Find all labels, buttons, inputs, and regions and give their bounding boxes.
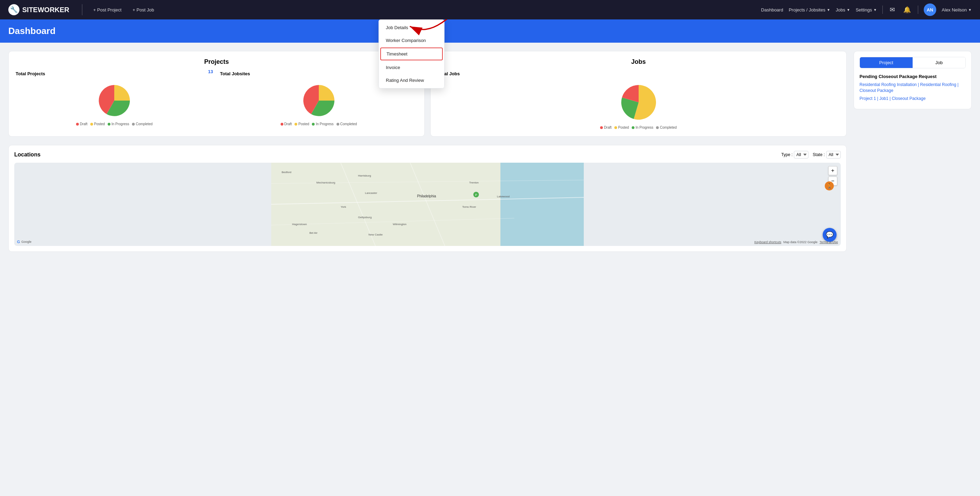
right-card: Project Job Pending Closeout Package Req… xyxy=(854,51,972,109)
jobs-pie xyxy=(438,83,839,121)
nav-avatar-divider xyxy=(918,6,918,14)
svg-text:Wilmington: Wilmington xyxy=(393,223,407,226)
projects-stat-row: Total Projects 13 xyxy=(16,71,417,126)
dropdown-timesheet[interactable]: Timesheet xyxy=(380,48,443,60)
user-chevron-icon: ▼ xyxy=(968,8,972,12)
type-select[interactable]: All xyxy=(794,151,808,158)
type-filter: Type : All xyxy=(781,151,809,158)
settings-chevron-icon: ▼ xyxy=(873,8,877,12)
svg-text:Trenton: Trenton xyxy=(469,181,479,184)
notification-item-2: Project 1 | Job1 | Closeout Package xyxy=(859,96,966,101)
map-controls: 🚶 + − xyxy=(828,166,837,185)
total-jobsites-label: Total Jobsites xyxy=(220,71,250,76)
dropdown-worker-comparison[interactable]: Worker Comparison xyxy=(379,34,444,47)
total-projects-stat: Total Projects 13 xyxy=(16,71,213,126)
filter-row: Type : All State : All xyxy=(781,151,841,158)
notification-link-2[interactable]: Project 1 | Job1 | Closeout Package xyxy=(859,96,926,101)
svg-rect-1 xyxy=(500,163,584,246)
projects-chevron-icon: ▼ xyxy=(827,8,830,12)
projects-jobsites-link[interactable]: Projects / Jobsites ▼ xyxy=(789,7,830,13)
projects-legend: Draft Posted In Progress Completed xyxy=(16,122,213,126)
state-label: State : xyxy=(813,152,825,157)
total-projects-value: 13 xyxy=(208,69,213,74)
svg-text:Gettysburg: Gettysburg xyxy=(358,216,372,219)
keyboard-shortcuts[interactable]: Keyboard shortcuts xyxy=(754,240,781,244)
right-panel: Project Job Pending Closeout Package Req… xyxy=(854,51,972,252)
jobsites-legend: Draft Posted In Progress Completed xyxy=(220,122,418,126)
navbar: 🔧 SITEWORKER + Post Project + Post Job D… xyxy=(0,0,980,19)
type-label: Type : xyxy=(781,152,793,157)
projects-card: Projects Total Projects 13 xyxy=(8,51,425,137)
jobs-legend: Draft Posted In Progress Completed xyxy=(438,125,839,129)
svg-text:P: P xyxy=(475,193,477,196)
svg-text:Harrisburg: Harrisburg xyxy=(358,174,371,177)
page-title: Dashboard xyxy=(8,26,972,36)
user-name-link[interactable]: Alex Neilson ▼ xyxy=(942,7,972,13)
map-data-text: Map data ©2022 Google xyxy=(783,240,818,244)
svg-text:Lancaster: Lancaster xyxy=(365,192,377,195)
jobs-card: Jobs Total Jobs Draft Pos xyxy=(430,51,846,137)
svg-text:Bel Air: Bel Air xyxy=(309,231,317,235)
avatar[interactable]: AN xyxy=(924,3,936,16)
svg-text:Toms River: Toms River xyxy=(462,205,476,208)
dropdown-job-details[interactable]: Job Details xyxy=(379,21,444,34)
jobs-dropdown-menu: Job Details Worker Comparison Timesheet … xyxy=(379,19,444,89)
dashboard-link[interactable]: Dashboard xyxy=(761,7,783,13)
svg-text:New Castle: New Castle xyxy=(369,233,383,236)
svg-text:Hagerstown: Hagerstown xyxy=(292,223,307,226)
main-content: Projects Total Projects 13 xyxy=(0,43,980,260)
tab-project[interactable]: Project xyxy=(860,57,913,68)
svg-text:Bedford: Bedford xyxy=(282,171,291,174)
projects-card-title: Projects xyxy=(16,58,417,65)
brand-name: SITEWORKER xyxy=(22,6,70,14)
bell-icon[interactable]: 🔔 xyxy=(902,5,912,15)
notification-link-1[interactable]: Residential Roofing Installation | Resid… xyxy=(859,82,958,93)
svg-text:Mechanicsburg: Mechanicsburg xyxy=(317,181,335,184)
chat-button[interactable]: 💬 xyxy=(822,228,837,242)
tab-job[interactable]: Job xyxy=(913,57,966,68)
nav-right-divider xyxy=(882,6,883,14)
state-filter: State : All xyxy=(813,151,841,158)
post-project-link[interactable]: + Post Project xyxy=(91,6,124,14)
state-select[interactable]: All xyxy=(826,151,841,158)
jobs-chevron-icon: ▼ xyxy=(846,8,850,12)
dropdown-invoice[interactable]: Invoice xyxy=(379,61,444,74)
locations-section: Locations Type : All State : All xyxy=(8,145,846,252)
tab-row: Project Job xyxy=(859,57,966,68)
post-job-link[interactable]: + Post Job xyxy=(130,6,157,14)
projects-pie xyxy=(16,83,213,118)
logo-icon: 🔧 xyxy=(8,4,19,15)
map-container: Philadelphia Toms River Bedford Harrisbu… xyxy=(14,163,841,246)
settings-link[interactable]: Settings ▼ xyxy=(856,7,877,13)
locations-header: Locations Type : All State : All xyxy=(14,151,841,158)
svg-text:Philadelphia: Philadelphia xyxy=(417,194,436,198)
notification-title: Pending Closeout Package Request xyxy=(859,74,966,79)
svg-text:York: York xyxy=(340,205,347,208)
jobsites-pie xyxy=(220,83,418,118)
mail-icon[interactable]: ✉ xyxy=(888,5,896,15)
dropdown-rating-review[interactable]: Rating And Review xyxy=(379,74,444,87)
pegman-icon[interactable]: 🚶 xyxy=(825,181,834,190)
map-watermark: Google xyxy=(22,240,32,244)
svg-text:Lakewood: Lakewood xyxy=(497,195,509,198)
brand-logo[interactable]: 🔧 SITEWORKER xyxy=(8,4,70,15)
nav-divider xyxy=(82,4,82,15)
total-projects-label: Total Projects xyxy=(16,71,45,76)
notification-item-1: Residential Roofing Installation | Resid… xyxy=(859,82,966,93)
google-logo: G xyxy=(17,240,20,244)
locations-title: Locations xyxy=(14,152,41,158)
jobs-link[interactable]: Jobs ▼ xyxy=(836,7,850,13)
nav-right: Dashboard Projects / Jobsites ▼ Jobs ▼ S… xyxy=(761,3,972,16)
zoom-in-button[interactable]: + xyxy=(828,166,837,175)
jobs-card-title: Jobs xyxy=(438,58,839,65)
page-header: Dashboard xyxy=(0,19,980,43)
